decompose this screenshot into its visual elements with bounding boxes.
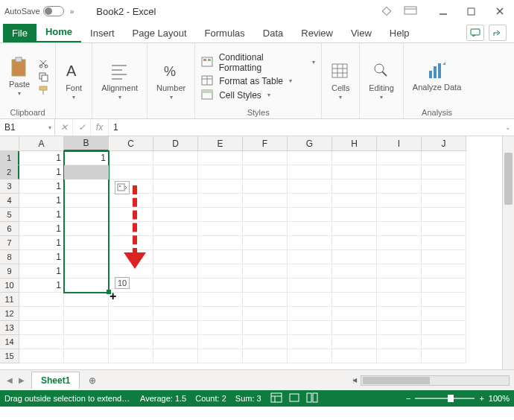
worksheet-grid[interactable]: ABCDEFGHIJ 123456789101112131415 1112111… <box>0 136 514 369</box>
sheet-nav-next[interactable]: ▶ <box>16 375 27 386</box>
cell-H6[interactable] <box>332 222 377 236</box>
column-header-B[interactable]: B <box>64 136 109 151</box>
vertical-scrollbar[interactable] <box>502 136 514 369</box>
cell-J4[interactable] <box>422 194 466 208</box>
tab-page-layout[interactable]: Page Layout <box>124 24 196 42</box>
cell-J3[interactable] <box>422 179 466 194</box>
format-as-table-button[interactable]: Format as Table▾ <box>201 75 315 87</box>
comments-button[interactable] <box>466 25 484 41</box>
cell-H1[interactable] <box>332 151 377 165</box>
cell-G3[interactable] <box>288 179 332 194</box>
cell-F10[interactable] <box>243 279 288 293</box>
cell-A12[interactable] <box>19 307 64 321</box>
zoom-control[interactable]: − + 100% <box>406 394 510 403</box>
sheet-nav-prev[interactable]: ◀ <box>4 375 15 386</box>
hscroll-left[interactable]: ◀ <box>349 375 360 386</box>
cell-D8[interactable] <box>153 250 198 264</box>
page-layout-view-button[interactable] <box>288 392 300 404</box>
cell-I8[interactable] <box>377 250 422 264</box>
cell-A6[interactable]: 1 <box>19 222 64 236</box>
paste-button[interactable]: Paste ▾ <box>6 54 33 98</box>
cell-A4[interactable]: 1 <box>19 194 64 208</box>
row-header-14[interactable]: 14 <box>0 335 19 349</box>
zoom-out-button[interactable]: − <box>406 394 410 403</box>
cell-D9[interactable] <box>153 264 198 279</box>
cell-D2[interactable] <box>153 165 198 179</box>
cell-H15[interactable] <box>332 349 377 363</box>
cell-I1[interactable] <box>377 151 422 165</box>
cell-D6[interactable] <box>153 222 198 236</box>
cell-C6[interactable] <box>109 222 153 236</box>
enter-formula-button[interactable]: ✓ <box>73 119 91 136</box>
alignment-button[interactable]: Alignment ▾ <box>98 60 141 102</box>
cell-E14[interactable] <box>198 335 243 349</box>
cell-I13[interactable] <box>377 321 422 335</box>
cell-B11[interactable] <box>64 293 109 307</box>
cell-H5[interactable] <box>332 208 377 222</box>
cell-D3[interactable] <box>153 179 198 194</box>
minimize-button[interactable] <box>434 4 453 19</box>
cell-B8[interactable] <box>64 250 109 264</box>
column-header-J[interactable]: J <box>422 136 466 151</box>
cell-A10[interactable]: 1 <box>19 279 64 293</box>
select-all-button[interactable] <box>0 136 19 151</box>
cell-G9[interactable] <box>288 264 332 279</box>
formula-input[interactable]: 1 <box>109 119 502 136</box>
cell-E6[interactable] <box>198 222 243 236</box>
cell-I10[interactable] <box>377 279 422 293</box>
cell-G7[interactable] <box>288 236 332 250</box>
cell-J5[interactable] <box>422 208 466 222</box>
cell-C5[interactable] <box>109 208 153 222</box>
cell-E7[interactable] <box>198 236 243 250</box>
analyze-data-button[interactable]: Analyze Data <box>410 59 464 93</box>
cell-I7[interactable] <box>377 236 422 250</box>
cell-I14[interactable] <box>377 335 422 349</box>
cell-H10[interactable] <box>332 279 377 293</box>
sheet-tab-active[interactable]: Sheet1 <box>31 372 80 389</box>
cell-A15[interactable] <box>19 349 64 363</box>
page-break-view-button[interactable] <box>306 392 318 404</box>
row-header-3[interactable]: 3 <box>0 179 19 194</box>
cell-G14[interactable] <box>288 335 332 349</box>
column-header-H[interactable]: H <box>332 136 377 151</box>
cell-F2[interactable] <box>243 165 288 179</box>
cell-I5[interactable] <box>377 208 422 222</box>
row-header-5[interactable]: 5 <box>0 208 19 222</box>
cell-F6[interactable] <box>243 222 288 236</box>
cell-C7[interactable] <box>109 236 153 250</box>
zoom-in-button[interactable]: + <box>479 394 483 403</box>
cell-J9[interactable] <box>422 264 466 279</box>
cell-D1[interactable] <box>153 151 198 165</box>
tab-insert[interactable]: Insert <box>81 24 124 42</box>
cut-button[interactable] <box>37 58 49 69</box>
diamond-icon[interactable] <box>380 4 393 18</box>
row-headers[interactable]: 123456789101112131415 <box>0 151 19 363</box>
autofill-options-button[interactable] <box>115 181 130 194</box>
autosave-toggle[interactable]: AutoSave <box>4 6 64 16</box>
cell-H4[interactable] <box>332 194 377 208</box>
qat-overflow-icon[interactable]: » <box>70 7 74 16</box>
column-header-E[interactable]: E <box>198 136 243 151</box>
maximize-button[interactable] <box>462 4 481 19</box>
cell-F4[interactable] <box>243 194 288 208</box>
cell-B6[interactable] <box>64 222 109 236</box>
cell-B12[interactable] <box>64 307 109 321</box>
column-header-C[interactable]: C <box>109 136 153 151</box>
cell-E10[interactable] <box>198 279 243 293</box>
cell-I9[interactable] <box>377 264 422 279</box>
cell-J11[interactable] <box>422 293 466 307</box>
number-button[interactable]: % Number ▾ <box>153 60 188 102</box>
cell-C13[interactable] <box>109 321 153 335</box>
fx-button[interactable]: fx <box>91 119 109 136</box>
cell-C14[interactable] <box>109 335 153 349</box>
cell-H8[interactable] <box>332 250 377 264</box>
row-header-12[interactable]: 12 <box>0 307 19 321</box>
row-header-15[interactable]: 15 <box>0 349 19 363</box>
cell-G13[interactable] <box>288 321 332 335</box>
cell-B5[interactable] <box>64 208 109 222</box>
cell-G8[interactable] <box>288 250 332 264</box>
row-header-13[interactable]: 13 <box>0 321 19 335</box>
row-header-7[interactable]: 7 <box>0 236 19 250</box>
cell-B3[interactable] <box>64 179 109 194</box>
cell-I6[interactable] <box>377 222 422 236</box>
